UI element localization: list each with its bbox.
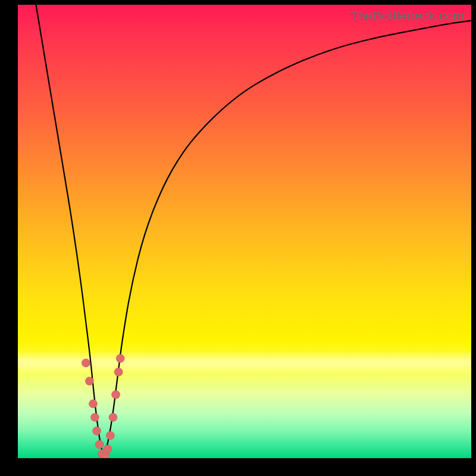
marker-dot bbox=[109, 413, 117, 421]
marker-dot bbox=[89, 400, 98, 408]
watermark-text: TheBottleneck.com bbox=[350, 8, 464, 24]
marker-dot bbox=[93, 427, 101, 435]
marker-dot bbox=[116, 354, 124, 362]
marker-dot bbox=[95, 440, 104, 449]
marker-dot bbox=[112, 390, 120, 399]
marker-dot bbox=[85, 377, 93, 386]
marker-dot bbox=[91, 413, 99, 421]
plot-area: TheBottleneck.com bbox=[18, 5, 471, 458]
curve-layer bbox=[18, 5, 471, 458]
marker-dot bbox=[104, 445, 112, 453]
marker-dot bbox=[82, 359, 90, 367]
marker-dot bbox=[106, 431, 114, 440]
marker-points bbox=[82, 354, 124, 458]
marker-dot bbox=[114, 368, 123, 376]
bottleneck-curve bbox=[36, 5, 472, 453]
chart-frame: TheBottleneck.com bbox=[0, 0, 476, 476]
